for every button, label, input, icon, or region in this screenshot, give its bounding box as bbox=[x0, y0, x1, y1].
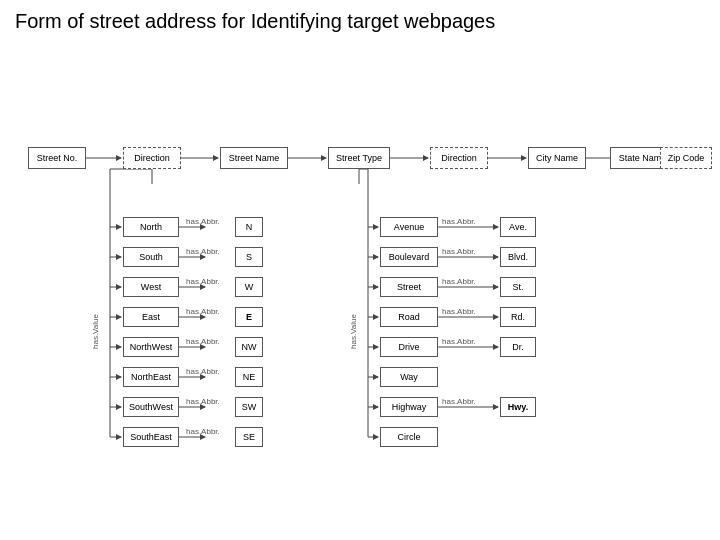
box-highway: Highway bbox=[380, 397, 438, 417]
box-southeast: SouthEast bbox=[123, 427, 179, 447]
box-abbr-se: SE bbox=[235, 427, 263, 447]
box-zip-code: Zip Code bbox=[660, 147, 712, 169]
box-abbr-blvd: Blvd. bbox=[500, 247, 536, 267]
svg-text:has.Value: has.Value bbox=[349, 313, 358, 349]
svg-text:has.Abbr.: has.Abbr. bbox=[186, 397, 220, 406]
box-south: South bbox=[123, 247, 179, 267]
diagram-area: has.Abbr. has.Abbr. has.Abbr. has.Abbr. … bbox=[10, 39, 710, 519]
box-abbr-nw: NW bbox=[235, 337, 263, 357]
svg-text:has.Abbr.: has.Abbr. bbox=[186, 337, 220, 346]
box-abbr-w: W bbox=[235, 277, 263, 297]
box-abbr-ne: NE bbox=[235, 367, 263, 387]
box-abbr-e: E bbox=[235, 307, 263, 327]
svg-text:has.Value: has.Value bbox=[91, 313, 100, 349]
box-abbr-rd: Rd. bbox=[500, 307, 536, 327]
box-abbr-s: S bbox=[235, 247, 263, 267]
box-north: North bbox=[123, 217, 179, 237]
box-drive: Drive bbox=[380, 337, 438, 357]
svg-text:has.Abbr.: has.Abbr. bbox=[186, 427, 220, 436]
box-circle: Circle bbox=[380, 427, 438, 447]
box-direction1: Direction bbox=[123, 147, 181, 169]
box-city-name: City Name bbox=[528, 147, 586, 169]
box-street-no: Street No. bbox=[28, 147, 86, 169]
box-northwest: NorthWest bbox=[123, 337, 179, 357]
box-abbr-ave: Ave. bbox=[500, 217, 536, 237]
box-direction2: Direction bbox=[430, 147, 488, 169]
box-abbr-sw: SW bbox=[235, 397, 263, 417]
svg-text:has.Abbr.: has.Abbr. bbox=[442, 337, 476, 346]
box-street-type: Street Type bbox=[328, 147, 390, 169]
box-abbr-hwy: Hwy. bbox=[500, 397, 536, 417]
svg-text:has.Abbr.: has.Abbr. bbox=[442, 397, 476, 406]
box-abbr-n: N bbox=[235, 217, 263, 237]
box-street-name: Street Name bbox=[220, 147, 288, 169]
box-east: East bbox=[123, 307, 179, 327]
box-street: Street bbox=[380, 277, 438, 297]
svg-text:has.Abbr.: has.Abbr. bbox=[186, 217, 220, 226]
svg-text:has.Abbr.: has.Abbr. bbox=[186, 367, 220, 376]
box-southwest: SouthWest bbox=[123, 397, 179, 417]
box-west: West bbox=[123, 277, 179, 297]
page-title: Form of street address for Identifying t… bbox=[0, 0, 720, 39]
box-abbr-st: St. bbox=[500, 277, 536, 297]
svg-text:has.Abbr.: has.Abbr. bbox=[442, 217, 476, 226]
box-northeast: NorthEast bbox=[123, 367, 179, 387]
svg-text:has.Abbr.: has.Abbr. bbox=[186, 247, 220, 256]
svg-text:has.Abbr.: has.Abbr. bbox=[442, 307, 476, 316]
box-road: Road bbox=[380, 307, 438, 327]
box-boulevard: Boulevard bbox=[380, 247, 438, 267]
page-container: Form of street address for Identifying t… bbox=[0, 0, 720, 519]
svg-text:has.Abbr.: has.Abbr. bbox=[442, 247, 476, 256]
svg-text:has.Abbr.: has.Abbr. bbox=[186, 307, 220, 316]
box-abbr-dr: Dr. bbox=[500, 337, 536, 357]
diagram-svg: has.Abbr. has.Abbr. has.Abbr. has.Abbr. … bbox=[10, 39, 710, 519]
box-way: Way bbox=[380, 367, 438, 387]
svg-text:has.Abbr.: has.Abbr. bbox=[442, 277, 476, 286]
svg-text:has.Abbr.: has.Abbr. bbox=[186, 277, 220, 286]
box-avenue: Avenue bbox=[380, 217, 438, 237]
